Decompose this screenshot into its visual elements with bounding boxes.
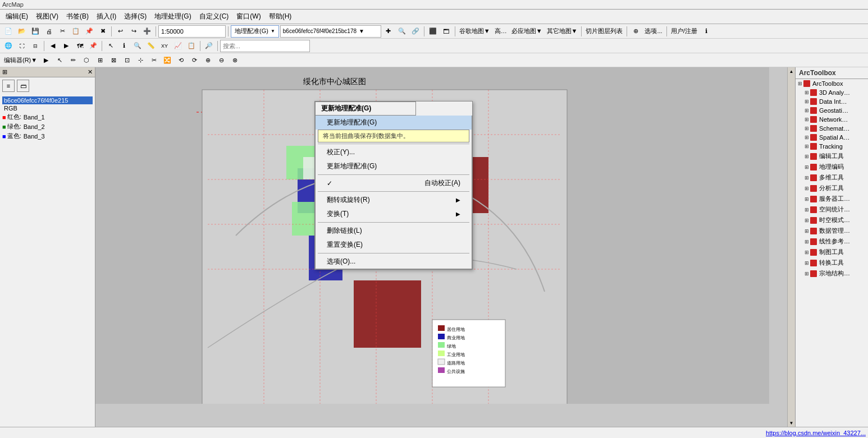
add-pt-btn[interactable]: ⊕	[629, 25, 642, 38]
save-btn[interactable]: 💾	[29, 25, 42, 38]
ctx-transform-item[interactable]: 变换(T) ▶	[316, 207, 472, 221]
forward-btn[interactable]: ▶	[60, 40, 72, 52]
toolbox-item-cadastral[interactable]: ⊞ 宗地结构…	[796, 268, 868, 279]
ctx-update-geo-item[interactable]: 更新地理配准(G)	[316, 116, 472, 130]
menu-customize[interactable]: 自定义(C)	[196, 11, 232, 22]
toolbox-item-geocode[interactable]: ⊞ 地理编码	[796, 162, 868, 172]
menu-geoprocess[interactable]: 地理处理(G)	[151, 11, 194, 22]
toolbox-item-edit-tools[interactable]: ⊞ 编辑工具	[796, 151, 868, 162]
other-map-btn[interactable]: 其它地图▼	[545, 25, 579, 38]
menu-select[interactable]: 选择(S)	[121, 11, 150, 22]
edit-tool13[interactable]: ⊕	[202, 54, 214, 66]
edit-tool5[interactable]: ⊞	[94, 54, 106, 66]
toolbox-item-linear-ref[interactable]: ⊞ 线性参考…	[796, 236, 868, 247]
toolbox-item-server[interactable]: ⊞ 服务器工…	[796, 193, 868, 204]
layer-id-dropdown[interactable]: b6ce06fefcc76f4f0e215bc178 ▼	[280, 25, 381, 38]
ctx-options-item[interactable]: 选项(O)...	[316, 255, 472, 269]
paste-btn[interactable]: 📌	[83, 25, 95, 38]
ctx-reset-transform-item[interactable]: 重置变换(E)	[316, 238, 472, 252]
search-btn2[interactable]: 🔎	[203, 40, 215, 52]
cut-btn[interactable]: ✂	[56, 25, 68, 38]
delete-btn[interactable]: ✖	[97, 25, 109, 38]
toolbox-item-spatial-stat[interactable]: ⊞ 空间统计…	[796, 204, 868, 215]
search-text-input[interactable]	[223, 43, 307, 49]
nav4-btn[interactable]: 📌	[87, 40, 99, 52]
fit-btn[interactable]: ⬛	[427, 25, 439, 38]
toolbox-item-network[interactable]: ⊞ Network…	[796, 115, 868, 124]
select-tool[interactable]: ↖	[104, 40, 117, 52]
toolbox-item-schemat[interactable]: ⊞ Schemat…	[796, 124, 868, 133]
zoom-link-btn[interactable]: 🔍	[396, 25, 408, 38]
geo-menu-header-btn[interactable]: 更新地理配准(G)	[315, 102, 416, 116]
user-register-btn[interactable]: 用户/注册	[669, 25, 699, 38]
back-btn[interactable]: ◀	[47, 40, 59, 52]
add-data-btn[interactable]: ➕	[141, 25, 153, 38]
toolbox-item-time-space[interactable]: ⊞ 时空模式…	[796, 215, 868, 225]
fit2-btn[interactable]: 🗔	[440, 25, 453, 38]
layer-list-btn[interactable]: ≡	[2, 80, 15, 92]
edit-tool11[interactable]: ⟲	[175, 54, 187, 66]
nav3-btn[interactable]: 🗺	[74, 40, 86, 52]
menu-view[interactable]: 视图(V)	[33, 11, 62, 22]
graph-tool[interactable]: 📈	[172, 40, 184, 52]
toolbox-item-3d[interactable]: ⊞ 3D Analy…	[796, 88, 868, 97]
ctx-calibrate-item[interactable]: 校正(Y)...	[316, 145, 472, 159]
ctx-update-geo2-item[interactable]: 更新地理配准(G)	[316, 159, 472, 173]
info-btn[interactable]: ℹ	[700, 25, 712, 38]
measure-tool[interactable]: 📏	[145, 40, 157, 52]
redo-btn[interactable]: ↪	[127, 25, 140, 38]
editor-dropdown-btn[interactable]: 编辑器(R)▼	[2, 54, 39, 66]
slice-layer-btn[interactable]: 切片图层列表	[584, 25, 624, 38]
toolbox-item-spatialA[interactable]: ⊞ Spatial A…	[796, 133, 868, 142]
edit-tool4[interactable]: ⬡	[80, 54, 93, 66]
edit-tool1[interactable]: ▶	[40, 54, 52, 66]
add-link-btn[interactable]: ✚	[382, 25, 395, 38]
menu-window[interactable]: 窗口(W)	[233, 11, 264, 22]
toolbox-item-dataint[interactable]: ⊞ Data Int…	[796, 97, 868, 106]
edit-tool15[interactable]: ⊗	[229, 54, 241, 66]
toolbox-item-convert[interactable]: ⊞ 转换工具	[796, 257, 868, 268]
menu-help[interactable]: 帮助(H)	[266, 11, 295, 22]
edit-tool9[interactable]: ✂	[148, 54, 160, 66]
menu-edit[interactable]: 编辑(E)	[2, 11, 31, 22]
ctx-auto-calibrate-item[interactable]: ✓ 自动校正(A)	[316, 176, 472, 190]
google-map-btn[interactable]: 谷歌地图▼	[458, 25, 492, 38]
search-input[interactable]	[220, 40, 310, 52]
edit-tool14[interactable]: ⊖	[215, 54, 227, 66]
new-btn[interactable]: 📄	[2, 25, 15, 38]
panel-close-icon[interactable]: ✕	[88, 68, 93, 76]
toolbox-item-data-mgmt[interactable]: ⊞ 数据管理…	[796, 225, 868, 236]
edit-tool8[interactable]: ⊹	[134, 54, 147, 66]
layer-name[interactable]: b6ce06fefcc76f4f0e215	[2, 96, 93, 104]
open-btn[interactable]: 📂	[16, 25, 28, 38]
gao-btn[interactable]: 高…	[493, 25, 509, 38]
edit-tool10[interactable]: 🔀	[161, 54, 173, 66]
scroll-up-btn[interactable]: ▲	[785, 67, 796, 75]
find-tool[interactable]: 🔍	[131, 40, 144, 52]
must-map-btn[interactable]: 必应地图▼	[510, 25, 544, 38]
layer-source-btn[interactable]: 🗃	[17, 80, 29, 92]
scale-dropdown[interactable]: 1:50000	[158, 25, 226, 38]
edit-tool3[interactable]: ✏	[67, 54, 79, 66]
menu-insert[interactable]: 插入(I)	[93, 11, 120, 22]
coord-tool[interactable]: XY	[158, 40, 171, 52]
geo-register-btn[interactable]: 地理配准(G) ▼	[231, 25, 279, 38]
edit-tool2[interactable]: ↖	[53, 54, 66, 66]
edit-tool7[interactable]: ⊡	[121, 54, 133, 66]
globe-btn[interactable]: 🌐	[2, 40, 15, 52]
copy-btn[interactable]: 📋	[70, 25, 82, 38]
toolbox-item-tracking[interactable]: ⊞ Tracking	[796, 142, 868, 151]
zoom-out-btn[interactable]: ⊟	[29, 40, 42, 52]
toolbox-item-multi-dim[interactable]: ⊞ 多维工具	[796, 172, 868, 183]
toolbox-item-analysis[interactable]: ⊞ 分析工具	[796, 183, 868, 193]
edit-tool6[interactable]: ⊠	[107, 54, 120, 66]
ctx-delete-link-item[interactable]: 删除链接(L)	[316, 224, 472, 238]
toolbox-item-cartography[interactable]: ⊞ 制图工具	[796, 247, 868, 257]
edit-tool12[interactable]: ⟳	[188, 54, 200, 66]
print-btn[interactable]: 🖨	[43, 25, 55, 38]
ctx-flip-rotate-item[interactable]: 翻转或旋转(R) ▶	[316, 193, 472, 207]
pan-link-btn[interactable]: 🔗	[409, 25, 422, 38]
zoom-in-btn[interactable]: ⛶	[16, 40, 28, 52]
attr-tool[interactable]: 📋	[185, 40, 198, 52]
map-area[interactable]: ▲ ▼ 绥化市中心城区图	[95, 67, 795, 427]
